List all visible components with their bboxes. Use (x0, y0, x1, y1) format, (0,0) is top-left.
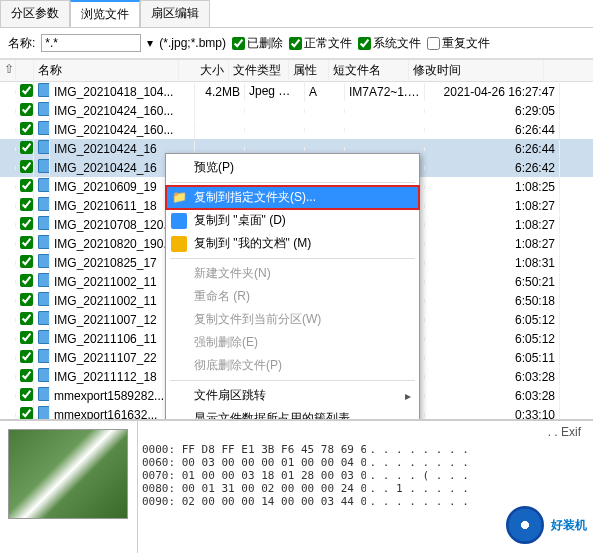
menu-copy-to-partition: 复制文件到当前分区(W) (166, 308, 419, 331)
file-icon (38, 121, 50, 135)
cell-date: 6:05:12 (425, 311, 560, 329)
row-checkbox[interactable] (20, 312, 33, 325)
hex-ascii: . . . . . . . . . . . . . . . . . . . . … (366, 439, 594, 512)
file-icon (38, 235, 50, 249)
row-checkbox[interactable] (20, 407, 33, 420)
row-checkbox[interactable] (20, 84, 33, 97)
col-type[interactable]: 文件类型 (229, 60, 289, 81)
menu-force-delete: 强制删除(E) (166, 331, 419, 354)
file-icon (38, 216, 50, 230)
cell-date: 1:08:27 (425, 216, 560, 234)
menu-permanent-delete: 彻底删除文件(P) (166, 354, 419, 377)
menu-copy-desktop[interactable]: 复制到 "桌面" (D) (166, 209, 419, 232)
row-checkbox[interactable] (20, 179, 33, 192)
cell-short (345, 109, 425, 113)
cell-date: 6:03:28 (425, 368, 560, 386)
cell-date: 6:26:44 (425, 121, 560, 139)
file-icon (38, 178, 50, 192)
up-icon[interactable]: ⇧ (0, 60, 16, 81)
cell-date: 1:08:27 (425, 235, 560, 253)
file-icon (38, 292, 50, 306)
row-checkbox[interactable] (20, 369, 33, 382)
cell-type (245, 147, 305, 151)
filter-mask: (*.jpg;*.bmp) (159, 36, 226, 50)
file-icon (38, 368, 50, 382)
cell-date: 6:50:18 (425, 292, 560, 310)
cell-date: 6:26:42 (425, 159, 560, 177)
name-filter-label: 名称: (8, 35, 35, 52)
table-row[interactable]: IMG_20210424_160...6:29:05 (0, 101, 593, 120)
thumbnail-image (8, 429, 128, 519)
cell-attr: A (305, 83, 345, 101)
row-checkbox[interactable] (20, 331, 33, 344)
tab-browse[interactable]: 浏览文件 (70, 0, 140, 27)
row-checkbox[interactable] (20, 255, 33, 268)
menu-new-folder: 新建文件夹(N) (166, 262, 419, 285)
thumbnail-panel (0, 421, 138, 553)
tab-sector[interactable]: 扇区编辑 (140, 0, 210, 27)
chk-deleted[interactable] (232, 37, 245, 50)
cell-attr (305, 109, 345, 113)
cell-date: 1:08:31 (425, 254, 560, 272)
menu-copy-to-folder[interactable]: 📁复制到指定文件夹(S)... (165, 185, 420, 210)
file-icon (38, 254, 50, 268)
name-filter-input[interactable] (41, 34, 141, 52)
menu-sector-jump[interactable]: 文件扇区跳转▸ (166, 384, 419, 407)
chk-duplicate[interactable] (427, 37, 440, 50)
cell-date: 6:26:44 (425, 140, 560, 158)
row-checkbox[interactable] (20, 293, 33, 306)
table-row[interactable]: IMG_20210418_104...4.2MBJpeg 图像AIM7A72~1… (0, 82, 593, 101)
folder-copy-icon: 📁 (172, 190, 188, 206)
row-checkbox[interactable] (20, 198, 33, 211)
dropdown-icon[interactable]: ▾ (147, 36, 153, 50)
menu-show-data-cluster[interactable]: 显示文件数据所占用的簇列表 (166, 407, 419, 419)
file-icon (38, 311, 50, 325)
cell-date: 0:33:10 (425, 406, 560, 420)
row-checkbox[interactable] (20, 122, 33, 135)
col-attr[interactable]: 属性 (289, 60, 329, 81)
cell-type: Jpeg 图像 (245, 81, 305, 102)
file-icon (38, 140, 50, 154)
row-checkbox[interactable] (20, 236, 33, 249)
exif-label: . . Exif (138, 421, 593, 439)
col-size[interactable]: 大小 (179, 60, 229, 81)
row-checkbox[interactable] (20, 217, 33, 230)
cell-name: IMG_20210418_104... (50, 83, 195, 101)
row-checkbox[interactable] (20, 388, 33, 401)
cell-type (245, 128, 305, 132)
row-checkbox[interactable] (20, 350, 33, 363)
row-checkbox[interactable] (20, 141, 33, 154)
submenu-arrow-icon: ▸ (405, 389, 411, 403)
menu-copy-docs[interactable]: 复制到 "我的文档" (M) (166, 232, 419, 255)
cell-name: IMG_20210424_160... (50, 102, 195, 120)
cell-size (195, 109, 245, 113)
watermark-logo-icon (503, 503, 547, 547)
cell-date: 6:03:28 (425, 387, 560, 405)
watermark: 好装机 (503, 503, 587, 547)
file-icon (38, 83, 50, 97)
cell-attr (305, 128, 345, 132)
tab-partition[interactable]: 分区参数 (0, 0, 70, 27)
col-name[interactable]: 名称 (34, 60, 179, 81)
col-date[interactable]: 修改时间 (409, 60, 544, 81)
row-checkbox[interactable] (20, 274, 33, 287)
table-row[interactable]: IMG_20210424_160...6:26:44 (0, 120, 593, 139)
cell-short (345, 147, 425, 151)
cell-date: 2021-04-26 16:27:47 (425, 83, 560, 101)
cell-type (245, 109, 305, 113)
cell-size (195, 147, 245, 151)
chk-system[interactable] (358, 37, 371, 50)
col-short[interactable]: 短文件名 (329, 60, 409, 81)
row-checkbox[interactable] (20, 103, 33, 116)
file-icon (38, 330, 50, 344)
menu-preview[interactable]: 预览(P) (166, 156, 419, 179)
row-checkbox[interactable] (20, 160, 33, 173)
chk-normal[interactable] (289, 37, 302, 50)
cell-name: IMG_20210424_160... (50, 121, 195, 139)
documents-icon (171, 236, 187, 252)
file-icon (38, 159, 50, 173)
cell-size (195, 128, 245, 132)
cell-date: 1:08:27 (425, 197, 560, 215)
file-icon (38, 387, 50, 401)
hex-dump[interactable]: 0000: FF D8 FF E1 3B F6 45 78 69 66 00 0… (138, 439, 366, 512)
